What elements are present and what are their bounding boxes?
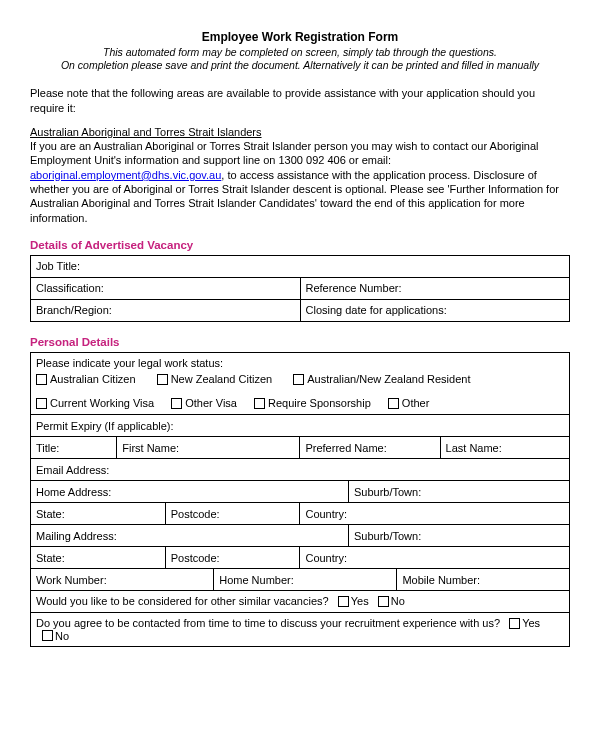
- job-title-cell[interactable]: Job Title:: [31, 255, 570, 277]
- mobile-number-label: Mobile Number:: [402, 574, 480, 586]
- home-state-cell[interactable]: State:: [31, 503, 166, 525]
- mail-country-label: Country:: [305, 552, 347, 564]
- legal-status-cell-2: Current Working Visa Other Visa Require …: [31, 393, 570, 415]
- title-cell[interactable]: Title:: [31, 437, 117, 459]
- home-address-label: Home Address:: [36, 486, 111, 498]
- form-subtitle: This automated form may be completed on …: [30, 46, 570, 72]
- checkbox-icon[interactable]: [171, 398, 182, 409]
- opt-other-label: Other: [402, 397, 430, 409]
- form-page: Employee Work Registration Form This aut…: [0, 0, 600, 667]
- similar-yes[interactable]: Yes: [336, 595, 369, 608]
- preferred-name-label: Preferred Name:: [305, 442, 386, 454]
- personal-heading: Personal Details: [30, 336, 570, 348]
- first-name-cell[interactable]: First Name:: [117, 437, 300, 459]
- home-number-label: Home Number:: [219, 574, 294, 586]
- email-label: Email Address:: [36, 464, 109, 476]
- contact-agree-cell: Do you agree to be contacted from time t…: [31, 613, 570, 647]
- no-label: No: [391, 595, 405, 607]
- mobile-number-cell[interactable]: Mobile Number:: [397, 569, 570, 591]
- assistance-note: Please note that the following areas are…: [30, 86, 570, 115]
- opt-cwv-label: Current Working Visa: [50, 397, 154, 409]
- contact-no[interactable]: No: [40, 630, 69, 643]
- permit-expiry-label: Permit Expiry (If applicable):: [36, 420, 174, 432]
- home-address-cell[interactable]: Home Address:: [31, 481, 349, 503]
- checkbox-icon[interactable]: [42, 630, 53, 641]
- atsi-email-link[interactable]: aboriginal.employment@dhs.vic.gov.au: [30, 169, 221, 181]
- last-name-label: Last Name:: [446, 442, 502, 454]
- home-suburb-cell[interactable]: Suburb/Town:: [348, 481, 569, 503]
- similar-vacancies-label: Would you like to be considered for othe…: [36, 595, 329, 607]
- job-title-label: Job Title:: [36, 260, 80, 272]
- title-label: Title:: [36, 442, 59, 454]
- similar-no[interactable]: No: [376, 595, 405, 608]
- classification-cell[interactable]: Classification:: [31, 277, 301, 299]
- checkbox-icon[interactable]: [254, 398, 265, 409]
- home-postcode-cell[interactable]: Postcode:: [165, 503, 300, 525]
- opt-ov-label: Other Visa: [185, 397, 237, 409]
- opt-other[interactable]: Other: [388, 397, 430, 410]
- opt-nz-label: New Zealand Citizen: [171, 373, 273, 385]
- mail-suburb-label: Suburb/Town:: [354, 530, 421, 542]
- branch-cell[interactable]: Branch/Region:: [31, 299, 301, 321]
- mail-state-cell[interactable]: State:: [31, 547, 166, 569]
- home-country-label: Country:: [305, 508, 347, 520]
- work-number-label: Work Number:: [36, 574, 107, 586]
- reference-label: Reference Number:: [306, 282, 402, 294]
- subtitle-line1: This automated form may be completed on …: [103, 46, 497, 58]
- legal-status-cell: Please indicate your legal work status: …: [31, 352, 570, 392]
- last-name-cell[interactable]: Last Name:: [440, 437, 569, 459]
- classification-label: Classification:: [36, 282, 104, 294]
- checkbox-icon[interactable]: [293, 374, 304, 385]
- checkbox-icon[interactable]: [388, 398, 399, 409]
- opt-working-visa[interactable]: Current Working Visa: [36, 397, 154, 410]
- closing-cell[interactable]: Closing date for applications:: [300, 299, 570, 321]
- opt-nz-citizen[interactable]: New Zealand Citizen: [157, 373, 273, 386]
- contact-agree-label: Do you agree to be contacted from time t…: [36, 617, 500, 629]
- subtitle-line2: On completion please save and print the …: [61, 59, 539, 71]
- opt-anz-resident[interactable]: Australian/New Zealand Resident: [293, 373, 470, 386]
- opt-spon-label: Require Sponsorship: [268, 397, 371, 409]
- first-name-label: First Name:: [122, 442, 179, 454]
- opt-anzres-label: Australian/New Zealand Resident: [307, 373, 470, 385]
- checkbox-icon[interactable]: [36, 374, 47, 385]
- mail-country-cell[interactable]: Country:: [300, 547, 570, 569]
- mail-suburb-cell[interactable]: Suburb/Town:: [348, 525, 569, 547]
- mailing-address-cell[interactable]: Mailing Address:: [31, 525, 349, 547]
- closing-label: Closing date for applications:: [306, 304, 447, 316]
- opt-aus-citizen[interactable]: Australian Citizen: [36, 373, 136, 386]
- work-number-cell[interactable]: Work Number:: [31, 569, 214, 591]
- vacancy-heading: Details of Advertised Vacancy: [30, 239, 570, 251]
- form-title: Employee Work Registration Form: [30, 30, 570, 44]
- mail-state-label: State:: [36, 552, 65, 564]
- home-postcode-label: Postcode:: [171, 508, 220, 520]
- email-cell[interactable]: Email Address:: [31, 459, 570, 481]
- home-country-cell[interactable]: Country:: [300, 503, 570, 525]
- preferred-name-cell[interactable]: Preferred Name:: [300, 437, 440, 459]
- vacancy-table: Job Title: Classification: Reference Num…: [30, 255, 570, 322]
- checkbox-icon[interactable]: [157, 374, 168, 385]
- atsi-heading: Australian Aboriginal and Torres Strait …: [30, 126, 262, 138]
- mail-postcode-label: Postcode:: [171, 552, 220, 564]
- home-state-label: State:: [36, 508, 65, 520]
- mail-postcode-cell[interactable]: Postcode:: [165, 547, 300, 569]
- yes-label: Yes: [522, 617, 540, 629]
- reference-cell[interactable]: Reference Number:: [300, 277, 570, 299]
- permit-expiry-cell[interactable]: Permit Expiry (If applicable):: [31, 415, 570, 437]
- branch-label: Branch/Region:: [36, 304, 112, 316]
- home-number-cell[interactable]: Home Number:: [214, 569, 397, 591]
- similar-vacancies-cell: Would you like to be considered for othe…: [31, 591, 570, 613]
- checkbox-icon[interactable]: [36, 398, 47, 409]
- atsi-block: Australian Aboriginal and Torres Strait …: [30, 125, 570, 225]
- home-suburb-label: Suburb/Town:: [354, 486, 421, 498]
- no-label: No: [55, 630, 69, 642]
- checkbox-icon[interactable]: [378, 596, 389, 607]
- opt-sponsorship[interactable]: Require Sponsorship: [254, 397, 371, 410]
- mailing-address-label: Mailing Address:: [36, 530, 117, 542]
- legal-status-label: Please indicate your legal work status:: [36, 357, 564, 369]
- contact-yes[interactable]: Yes: [507, 617, 540, 630]
- atsi-text-1: If you are an Australian Aboriginal or T…: [30, 140, 539, 166]
- checkbox-icon[interactable]: [338, 596, 349, 607]
- checkbox-icon[interactable]: [509, 618, 520, 629]
- opt-other-visa[interactable]: Other Visa: [171, 397, 237, 410]
- opt-aus-label: Australian Citizen: [50, 373, 136, 385]
